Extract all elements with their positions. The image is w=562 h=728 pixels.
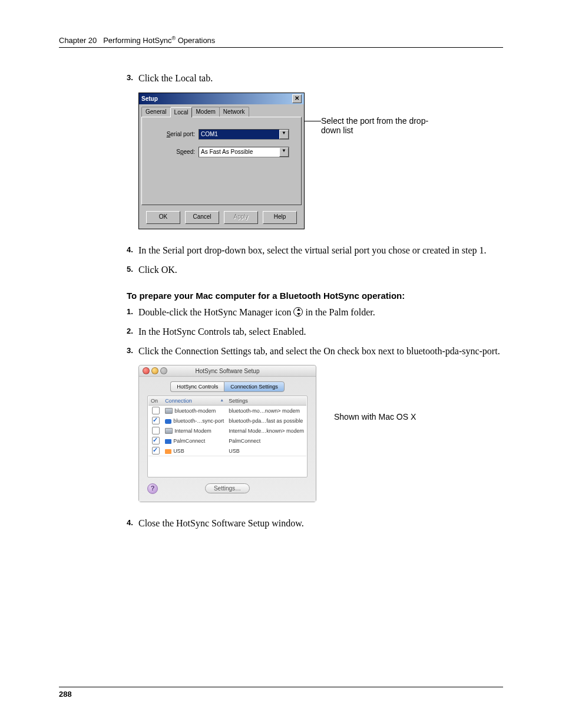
tab-connection-settings[interactable]: Connection Settings	[224, 381, 285, 392]
callout-serial-port: Select the port from the drop-down list	[321, 116, 439, 135]
connections-table: On Connection Settings bluetooth-modembl…	[148, 397, 306, 456]
on-checkbox[interactable]	[152, 417, 160, 424]
connection-name: bluetooth-…sync-port	[173, 418, 224, 424]
page-number: 288	[59, 687, 503, 699]
setup-title-text: Setup	[141, 95, 158, 102]
step-text: Click the Connection Settings tab, and s…	[138, 344, 503, 358]
mac-figure: HotSync Software Setup HotSync Controls …	[138, 365, 503, 502]
serial-port-label: Serial port:	[154, 131, 199, 137]
help-icon[interactable]: ?	[147, 483, 158, 494]
speed-label: Speed:	[154, 149, 199, 155]
mac-titlebar: HotSync Software Setup	[139, 365, 316, 377]
plug-icon	[165, 439, 171, 444]
connection-settings: bluetooth-mo…nown> modem	[226, 406, 306, 416]
step-number: 1.	[127, 307, 138, 318]
step-text: Double-click the HotSync Manager icon in…	[138, 305, 503, 319]
table-row[interactable]: bluetooth-modembluetooth-mo…nown> modem	[148, 406, 306, 416]
chevron-down-icon[interactable]: ▼	[279, 130, 289, 139]
serial-icon	[165, 428, 173, 434]
cancel-button[interactable]: Cancel	[185, 211, 219, 224]
settings-button[interactable]: Settings…	[205, 483, 250, 493]
table-row[interactable]: bluetooth-…sync-portbluetooth-pda…fast a…	[148, 416, 306, 426]
table-row[interactable]: PalmConnectPalmConnect	[148, 436, 306, 446]
step-number: 4.	[127, 245, 138, 256]
connection-name: PalmConnect	[173, 438, 205, 444]
chapter-prefix: Chapter 20	[59, 36, 97, 45]
step-text: In the Serial port drop-down box, select…	[138, 243, 503, 257]
speed-dropdown[interactable]: As Fast As Possible ▼	[199, 147, 289, 157]
step-number: 5.	[127, 264, 138, 275]
setup-titlebar: Setup ✕	[139, 93, 304, 104]
step-row: 4. Close the HotSync Software Setup wind…	[127, 516, 503, 530]
tab-network[interactable]: Network	[219, 107, 249, 117]
step-text: Click the Local tab.	[138, 71, 503, 85]
setup-dialog: Setup ✕ General Local Modem Network Seri…	[138, 93, 305, 229]
mac-title-text: HotSync Software Setup	[143, 368, 312, 374]
on-checkbox[interactable]	[152, 447, 160, 454]
tab-modem[interactable]: Modem	[191, 107, 219, 117]
step-number: 4.	[127, 518, 138, 529]
col-connection[interactable]: Connection	[163, 397, 226, 406]
tab-general[interactable]: General	[141, 107, 171, 117]
serial-port-value: COM1	[199, 131, 279, 137]
connection-settings: USB	[226, 446, 306, 456]
apply-button[interactable]: Apply	[224, 211, 258, 224]
step-text: Click OK.	[138, 263, 503, 276]
step-row: 4. In the Serial port drop-down box, sel…	[127, 243, 503, 257]
step-text: In the HotSync Controls tab, select Enab…	[138, 325, 503, 338]
on-checkbox[interactable]	[152, 437, 160, 444]
setup-tabs: General Local Modem Network	[141, 107, 302, 117]
on-checkbox[interactable]	[152, 427, 160, 434]
mac-dialog: HotSync Software Setup HotSync Controls …	[138, 365, 316, 502]
usb-icon	[165, 449, 171, 454]
setup-figure: Setup ✕ General Local Modem Network Seri…	[138, 93, 503, 229]
col-settings[interactable]: Settings	[226, 397, 306, 406]
step-row: 3. Click the Connection Settings tab, an…	[127, 344, 503, 358]
table-row[interactable]: Internal ModemInternal Mode…known> modem	[148, 426, 306, 436]
bt-icon	[165, 419, 171, 424]
tab-hotsync-controls[interactable]: HotSync Controls	[170, 381, 224, 392]
step-number: 2.	[127, 326, 138, 337]
step-row: 2. In the HotSync Controls tab, select E…	[127, 325, 503, 338]
connection-settings: Internal Mode…known> modem	[226, 426, 306, 436]
step-row: 5. Click OK.	[127, 263, 503, 276]
serial-icon	[165, 408, 173, 414]
step-row: 1. Double-click the HotSync Manager icon…	[127, 305, 503, 319]
chapter-suffix: Operations	[176, 36, 215, 45]
close-icon[interactable]: ✕	[292, 94, 302, 103]
step-row: 3. Click the Local tab.	[127, 71, 503, 85]
callout-mac-os: Shown with Mac OS X	[334, 412, 416, 421]
step-number: 3.	[127, 345, 138, 357]
tab-body: Serial port: COM1 ▼ Speed: As Fast As Po…	[141, 117, 302, 205]
connection-settings: PalmConnect	[226, 436, 306, 446]
col-on[interactable]: On	[148, 397, 163, 406]
chevron-down-icon[interactable]: ▼	[279, 147, 289, 157]
subheading: To prepare your Mac computer for a Bluet…	[127, 291, 503, 301]
chapter-title: Performing HotSync	[103, 36, 171, 45]
step-number: 3.	[127, 73, 138, 84]
chapter-header: Chapter 20 Performing HotSync® Operation…	[59, 35, 503, 48]
hotsync-icon	[293, 307, 303, 317]
ok-button[interactable]: OK	[146, 211, 180, 224]
connection-settings: bluetooth-pda…fast as possible	[226, 416, 306, 426]
connection-name: USB	[173, 448, 184, 454]
connection-name: bluetooth-modem	[174, 408, 216, 414]
speed-value: As Fast As Possible	[199, 149, 279, 155]
help-button[interactable]: Help	[263, 211, 297, 224]
serial-port-dropdown[interactable]: COM1 ▼	[199, 129, 289, 140]
tab-local[interactable]: Local	[170, 107, 193, 117]
step-text: Close the HotSync Software Setup window.	[138, 516, 503, 530]
connection-name: Internal Modem	[174, 428, 211, 434]
table-row[interactable]: USBUSB	[148, 446, 306, 456]
on-checkbox[interactable]	[152, 407, 160, 414]
